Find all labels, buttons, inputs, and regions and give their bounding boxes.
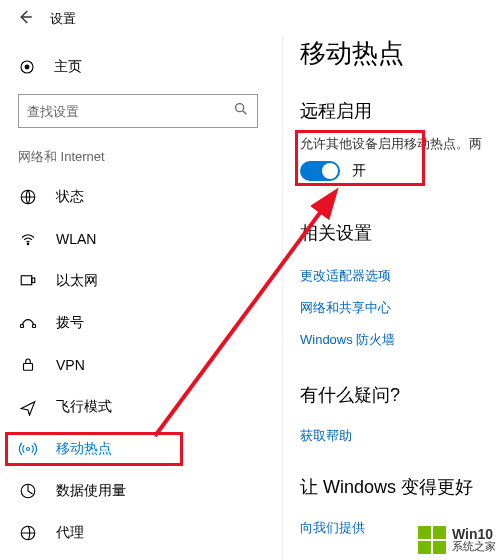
svg-rect-6	[21, 276, 32, 285]
back-arrow-icon	[16, 8, 34, 26]
link-get-help[interactable]: 获取帮助	[300, 427, 500, 445]
search-input[interactable]	[27, 104, 217, 119]
svg-point-1	[25, 65, 29, 69]
link-windows-firewall[interactable]: Windows 防火墙	[300, 331, 500, 349]
airplane-icon	[18, 398, 38, 416]
hotspot-icon	[18, 440, 38, 458]
search-box[interactable]	[18, 94, 258, 128]
sidebar-item-label: 拨号	[56, 314, 84, 332]
link-adapter-options[interactable]: 更改适配器选项	[300, 267, 500, 285]
sidebar-item-wlan[interactable]: WLAN	[0, 218, 280, 260]
proxy-icon	[18, 524, 38, 542]
main-panel: 移动热点 远程启用 允许其他设备启用移动热点。两 开 相关设置 更改适配器选项 …	[300, 36, 500, 551]
windows-logo-icon	[418, 526, 446, 554]
ethernet-icon	[18, 272, 38, 290]
section-title-remote: 远程启用	[300, 99, 500, 123]
sidebar-item-label: VPN	[56, 357, 85, 373]
sidebar-home[interactable]: 主页	[0, 48, 280, 86]
dialup-icon	[18, 314, 38, 332]
vpn-icon	[18, 356, 38, 374]
toggle-label: 开	[352, 162, 366, 180]
search-icon	[233, 101, 249, 121]
sidebar-item-datausage[interactable]: 数据使用量	[0, 470, 280, 512]
remote-desc: 允许其他设备启用移动热点。两	[300, 135, 500, 153]
sidebar-item-label: 飞行模式	[56, 398, 112, 416]
help-section: 有什么疑问? 获取帮助	[300, 383, 500, 445]
sidebar-item-proxy[interactable]: 代理	[0, 512, 280, 554]
related-settings-section: 相关设置 更改适配器选项 网络和共享中心 Windows 防火墙	[300, 221, 500, 349]
svg-point-11	[27, 448, 30, 451]
wlan-icon	[18, 230, 38, 248]
sidebar-item-label: 数据使用量	[56, 482, 126, 500]
section-title-related: 相关设置	[300, 221, 500, 245]
svg-rect-8	[21, 325, 24, 328]
watermark-line1: Win10	[452, 528, 496, 540]
app-title: 设置	[50, 10, 76, 28]
sidebar-item-dialup[interactable]: 拨号	[0, 302, 280, 344]
sidebar-home-label: 主页	[54, 58, 82, 76]
sidebar-item-label: WLAN	[56, 231, 96, 247]
link-network-sharing[interactable]: 网络和共享中心	[300, 299, 500, 317]
settings-window: 设置 主页 网络和 Internet 状态 WLAN	[0, 0, 500, 560]
svg-point-2	[236, 104, 244, 112]
svg-rect-10	[24, 364, 33, 371]
section-title-help: 有什么疑问?	[300, 383, 500, 407]
sidebar-item-ethernet[interactable]: 以太网	[0, 260, 280, 302]
sidebar-item-label: 代理	[56, 524, 84, 542]
remote-enable-toggle[interactable]	[300, 161, 340, 181]
sidebar-group-label: 网络和 Internet	[0, 142, 280, 176]
sidebar-item-label: 状态	[56, 188, 84, 206]
sidebar: 主页 网络和 Internet 状态 WLAN 以太网 拨号	[0, 48, 280, 554]
sidebar-item-vpn[interactable]: VPN	[0, 344, 280, 386]
watermark-logo: Win10 系统之家	[418, 526, 496, 554]
remote-enable-section: 远程启用 允许其他设备启用移动热点。两 开	[300, 99, 500, 181]
search-wrap	[18, 94, 262, 128]
section-title-better: 让 Windows 变得更好	[300, 475, 500, 499]
home-icon	[18, 58, 36, 76]
datausage-icon	[18, 482, 38, 500]
svg-rect-9	[33, 325, 36, 328]
svg-line-3	[243, 111, 246, 114]
sidebar-item-status[interactable]: 状态	[0, 176, 280, 218]
sidebar-item-airplane[interactable]: 飞行模式	[0, 386, 280, 428]
svg-point-5	[27, 243, 29, 245]
divider	[282, 36, 283, 560]
back-button[interactable]	[16, 8, 34, 31]
page-title: 移动热点	[300, 36, 500, 71]
sidebar-item-hotspot[interactable]: 移动热点	[0, 428, 280, 470]
sidebar-item-label: 移动热点	[56, 440, 112, 458]
watermark-line2: 系统之家	[452, 540, 496, 552]
sidebar-item-label: 以太网	[56, 272, 98, 290]
status-icon	[18, 188, 38, 206]
svg-rect-7	[32, 278, 35, 283]
